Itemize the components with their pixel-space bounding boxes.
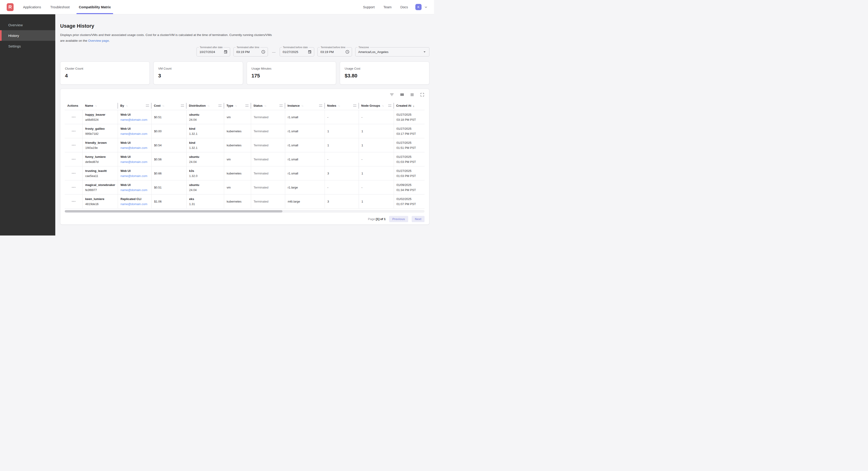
table-row[interactable]: keen_lumiere 4819de16 Replicated CLI nam…: [65, 195, 425, 209]
column-drag-handle[interactable]: [279, 105, 283, 107]
row-actions-button[interactable]: [70, 129, 77, 133]
sort-icon[interactable]: ↑↓: [235, 104, 237, 107]
table-row[interactable]: happy_beaver a48d9324 Web UI name@domain…: [65, 110, 425, 124]
tab-troubleshoot[interactable]: Troubleshoot: [50, 0, 69, 14]
column-header-status[interactable]: Status↑↓: [251, 101, 285, 110]
table-row[interactable]: magical_stonebraker fe3f8977 Web UI name…: [65, 180, 425, 195]
overview-page-link[interactable]: Overview page: [88, 39, 109, 42]
column-drag-handle[interactable]: [181, 105, 184, 107]
email-link[interactable]: name@domain.com: [121, 118, 151, 121]
terminated-after-time-field[interactable]: Terminated after time 03:19 PM: [234, 47, 268, 56]
avatar[interactable]: K: [415, 4, 422, 10]
tab-applications[interactable]: Applications: [23, 0, 41, 14]
terminated-after-date-field[interactable]: Terminated after date 10/27/2024: [196, 47, 230, 56]
sort-icon[interactable]: ↑↓: [207, 104, 209, 107]
cell-nodes: 3: [324, 166, 359, 180]
table-row[interactable]: frosty_galileo 995b7182 Web UI name@doma…: [65, 124, 425, 138]
sort-icon[interactable]: ↑↓: [301, 104, 303, 107]
email-link[interactable]: name@domain.com: [121, 202, 151, 206]
row-actions-button[interactable]: [70, 157, 77, 161]
nav-link-support[interactable]: Support: [363, 5, 375, 9]
tab-compatibility-matrix[interactable]: Compatibility Matrix: [79, 0, 111, 14]
sort-icon[interactable]: ↑↓: [382, 104, 383, 107]
column-separator: [223, 103, 224, 109]
email-link[interactable]: name@domain.com: [121, 132, 151, 136]
cell-distribution: ubuntu 24.04: [186, 110, 224, 124]
filter-icon[interactable]: [390, 92, 394, 97]
row-actions-button[interactable]: [70, 200, 77, 203]
column-header-nodes[interactable]: Nodes↑↓: [324, 101, 359, 110]
terminated-before-time-field[interactable]: Terminated before time 03:19 PM: [317, 47, 352, 56]
next-page-button[interactable]: Next: [412, 216, 425, 222]
cell-by: Replicated CLI name@domain.com: [118, 195, 151, 208]
cell-actions: [65, 152, 83, 166]
column-drag-handle[interactable]: [388, 105, 392, 107]
cell-actions: [65, 180, 83, 194]
column-header-created-at[interactable]: Created At↓: [394, 101, 423, 110]
nav-link-team[interactable]: Team: [383, 5, 392, 9]
email-link[interactable]: name@domain.com: [121, 146, 151, 150]
sidebar-item-overview[interactable]: Overview: [0, 20, 55, 30]
email-link[interactable]: name@domain.com: [121, 188, 151, 192]
columns-icon[interactable]: [400, 92, 404, 97]
cell-status: Terminated: [251, 180, 285, 194]
column-header-name[interactable]: Name↑↓: [83, 101, 118, 110]
column-header-instance[interactable]: Instance↑↓: [285, 101, 324, 110]
column-drag-handle[interactable]: [319, 105, 322, 107]
cell-cost: $0.56: [151, 152, 186, 166]
stat-card-vm-count: VM Count 3: [153, 61, 243, 85]
cell-instance: r1.small: [285, 152, 324, 166]
density-icon[interactable]: [410, 92, 414, 97]
column-header-cost[interactable]: Cost↑↓: [151, 101, 186, 110]
app-logo[interactable]: R: [7, 3, 13, 11]
fullscreen-icon[interactable]: [420, 92, 425, 97]
sort-icon[interactable]: ↑↓: [126, 104, 128, 107]
row-actions-button[interactable]: [70, 143, 77, 147]
horizontal-scrollbar[interactable]: [65, 210, 425, 213]
dropdown-arrow-icon[interactable]: [422, 50, 427, 54]
sort-icon[interactable]: ↑↓: [264, 104, 266, 107]
email-link[interactable]: name@domain.com: [121, 174, 151, 178]
column-header-by[interactable]: By↑↓: [118, 101, 151, 110]
date-range-separator: —: [272, 50, 276, 54]
cell-distribution: kind 1.32.1: [186, 138, 224, 152]
calendar-icon[interactable]: [308, 50, 312, 54]
cell-by: Web UI name@domain.com: [118, 152, 151, 166]
row-actions-button[interactable]: [70, 185, 77, 189]
nav-link-docs[interactable]: Docs: [400, 5, 408, 9]
row-actions-button[interactable]: [70, 171, 77, 175]
table-row[interactable]: trusting_leavitt cae5ea11 Web UI name@do…: [65, 166, 425, 180]
row-actions-button[interactable]: [70, 115, 77, 119]
chevron-down-icon[interactable]: [424, 5, 428, 9]
previous-page-button[interactable]: Previous: [389, 216, 408, 222]
cell-nodes: 1: [324, 138, 359, 152]
column-drag-handle[interactable]: [353, 105, 356, 107]
sort-icon[interactable]: ↑↓: [162, 104, 164, 107]
column-header-node-groups[interactable]: Node Groups↑↓: [359, 101, 394, 110]
cell-by: Web UI name@domain.com: [118, 180, 151, 194]
sidebar-item-history[interactable]: History: [0, 30, 55, 41]
column-drag-handle[interactable]: [245, 105, 249, 107]
scrollbar-thumb[interactable]: [65, 210, 282, 212]
calendar-icon[interactable]: [224, 50, 227, 54]
table-row[interactable]: friendly_brown 1f40a19e Web UI name@doma…: [65, 138, 425, 152]
timezone-select[interactable]: Timezone America/Los_Angeles: [355, 47, 429, 56]
cell-type: vm: [224, 180, 251, 194]
cell-node-groups: 1: [359, 138, 394, 152]
column-drag-handle[interactable]: [218, 105, 222, 107]
column-drag-handle[interactable]: [146, 105, 149, 107]
cell-node-groups: -: [359, 180, 394, 194]
clock-icon[interactable]: [261, 50, 266, 54]
sidebar-item-settings[interactable]: Settings: [0, 41, 55, 51]
sort-desc-icon[interactable]: ↓: [413, 104, 414, 108]
column-header-type[interactable]: Type↑↓: [224, 101, 251, 110]
sort-icon[interactable]: ↑↓: [338, 104, 340, 107]
cell-cost: $0.00: [151, 124, 186, 138]
email-link[interactable]: name@domain.com: [121, 160, 151, 164]
sort-icon[interactable]: ↑↓: [95, 104, 96, 107]
cell-node-groups: -: [359, 110, 394, 124]
table-row[interactable]: funny_lumiere de9ed87d Web UI name@domai…: [65, 152, 425, 166]
clock-icon[interactable]: [345, 50, 349, 54]
terminated-before-date-field[interactable]: Terminated before date 01/27/2025: [280, 47, 314, 56]
column-header-distribution[interactable]: Distribution↑↓: [186, 101, 224, 110]
